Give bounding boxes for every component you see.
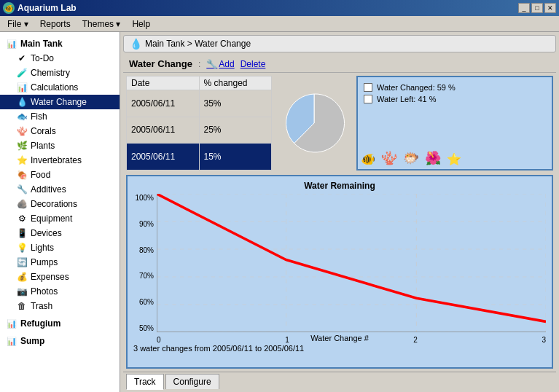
col-percent: % changed: [199, 77, 272, 90]
sidebar-label-food: Food: [31, 170, 50, 180]
legend-item-left: Water Left: 41 %: [364, 95, 546, 103]
sidebar-group-header-sump[interactable]: 📊 Sump: [0, 334, 120, 348]
chart-inner: 100% 90% 80% 70% 60% 50%: [133, 194, 546, 332]
y-axis: 100% 90% 80% 70% 60% 50%: [133, 194, 157, 332]
legend-area: Water Changed: 59 % Water Left: 41 % 🐠 🪸…: [356, 76, 553, 170]
sidebar-item-corals[interactable]: 🪸 Corals: [0, 124, 120, 138]
plants-icon: 🌿: [16, 140, 28, 152]
sidebar-item-lights[interactable]: 💡 Lights: [0, 240, 120, 255]
sidebar-group-header-refugium[interactable]: 📊 Refugium: [0, 316, 120, 331]
wc-separator: :: [198, 59, 200, 69]
sidebar-item-chemistry[interactable]: 🧪 Chemistry: [0, 66, 120, 80]
sidebar-item-decorations[interactable]: 🪨 Decorations: [0, 197, 120, 211]
app-title: Aquarium Lab: [17, 3, 77, 13]
table-row[interactable]: 2005/06/11 35%: [127, 90, 272, 117]
legend-label-left: Water Left: 41 %: [377, 95, 437, 103]
maximize-button[interactable]: □: [531, 3, 543, 13]
coral-icon: 🪸: [381, 150, 397, 166]
sidebar-item-fish[interactable]: 🐟 Fish: [0, 109, 120, 124]
sidebar-label-corals: Corals: [31, 126, 56, 136]
cell-percent: 15%: [199, 144, 272, 170]
main-container: 📊 Main Tank ✔ To-Do 🧪 Chemistry 📊 Calcul…: [0, 32, 559, 392]
x-label-2: 2: [413, 336, 418, 344]
sidebar-item-trash[interactable]: 🗑 Trash: [0, 299, 120, 313]
trash-icon: 🗑: [16, 300, 28, 312]
fish-red-icon: 🐡: [403, 150, 419, 166]
x-label-3: 3: [542, 336, 546, 344]
add-icon: 🔧: [206, 59, 217, 69]
sidebar-item-invertebrates[interactable]: ⭐ Invertebrates: [0, 153, 120, 168]
starfish-icon: ⭐: [447, 152, 461, 166]
y-label-90: 90%: [133, 220, 154, 228]
pie-chart: [278, 76, 351, 170]
sidebar-item-calculations[interactable]: 📊 Calculations: [0, 80, 120, 95]
sidebar-label-decorations: Decorations: [31, 199, 77, 209]
breadcrumb-icon: 💧: [130, 38, 142, 50]
cell-date: 2005/06/11: [127, 90, 200, 117]
fish-icon: 🐟: [16, 111, 28, 122]
menu-file[interactable]: File ▾: [3, 17, 33, 31]
fish-yellow-icon: 🐠: [361, 152, 375, 166]
chart-svg: [157, 194, 546, 332]
tab-configure[interactable]: Configure: [165, 374, 219, 389]
sidebar-item-devices[interactable]: 📱 Devices: [0, 226, 120, 240]
menu-bar: File ▾ Reports Themes ▾ Help: [0, 16, 559, 32]
cell-date: 2005/06/11: [127, 117, 200, 144]
wc-header: Water Change : 🔧 Add Delete: [123, 55, 556, 73]
menu-help[interactable]: Help: [128, 17, 155, 31]
sidebar-item-photos[interactable]: 📷 Photos: [0, 284, 120, 299]
sidebar-label-plants: Plants: [31, 141, 55, 151]
todo-icon: ✔: [16, 52, 28, 64]
close-button[interactable]: ✕: [544, 3, 556, 13]
decorations-icon: 🪨: [16, 198, 28, 210]
window-controls[interactable]: _ □ ✕: [518, 3, 556, 13]
sidebar-item-plants[interactable]: 🌿 Plants: [0, 138, 120, 153]
sidebar-label-devices: Devices: [31, 228, 62, 238]
sidebar-item-equipment[interactable]: ⚙ Equipment: [0, 211, 120, 226]
sidebar-label-calculations: Calculations: [31, 82, 78, 93]
food-icon: 🍖: [16, 169, 28, 181]
sidebar-item-expenses[interactable]: 💰 Expenses: [0, 270, 120, 284]
breadcrumb-path: Main Tank > Water Change: [145, 39, 251, 49]
equipment-icon: ⚙: [16, 213, 28, 224]
wc-title: Water Change: [129, 58, 192, 69]
sidebar-item-todo[interactable]: ✔ To-Do: [0, 51, 120, 66]
sidebar-group-label-sump: Sump: [20, 336, 44, 346]
sidebar-group-header-main-tank[interactable]: 📊 Main Tank: [0, 36, 120, 51]
title-bar: 🐠 Aquarium Lab _ □ ✕: [0, 0, 559, 16]
sidebar-item-pumps[interactable]: 🔄 Pumps: [0, 255, 120, 270]
table-row-selected[interactable]: 2005/06/11 15%: [127, 144, 272, 170]
sidebar-item-waterchange[interactable]: 💧 Water Change: [0, 95, 120, 109]
legend-item-changed: Water Changed: 59 %: [364, 83, 546, 92]
waterchange-table: Date % changed 2005/06/11 35% 2005/06/11: [126, 76, 272, 170]
waterchange-icon: 💧: [16, 96, 28, 108]
sidebar-item-food[interactable]: 🍖 Food: [0, 168, 120, 182]
add-button[interactable]: 🔧 Add: [206, 59, 234, 69]
sidebar-group-refugium: 📊 Refugium: [0, 315, 120, 332]
pumps-icon: 🔄: [16, 256, 28, 268]
sidebar-group-label-refugium: Refugium: [20, 318, 60, 329]
coral2-icon: 🌺: [425, 150, 441, 166]
menu-themes[interactable]: Themes ▾: [78, 17, 125, 31]
minimize-button[interactable]: _: [518, 3, 530, 13]
calculations-icon: 📊: [16, 82, 28, 93]
delete-button[interactable]: Delete: [241, 59, 266, 69]
sidebar-group-sump: 📊 Sump: [0, 332, 120, 350]
corals-icon: 🪸: [16, 125, 28, 137]
sidebar-label-equipment: Equipment: [31, 213, 72, 224]
wc-top: Date % changed 2005/06/11 35% 2005/06/11: [126, 76, 553, 170]
legend-checkbox-left[interactable]: [364, 95, 372, 103]
content-area: 💧 Main Tank > Water Change Water Change …: [120, 32, 559, 392]
sidebar-label-pumps: Pumps: [31, 257, 58, 267]
devices-icon: 📱: [16, 227, 28, 239]
y-label-50: 50%: [133, 324, 154, 332]
y-label-80: 80%: [133, 246, 154, 254]
menu-reports[interactable]: Reports: [36, 17, 75, 31]
chart-svg-container: 0 1 2 3: [157, 194, 546, 332]
app-icon: 🐠: [3, 2, 15, 14]
table-row[interactable]: 2005/06/11 25%: [127, 117, 272, 144]
legend-checkbox-changed[interactable]: [364, 83, 372, 92]
chart-caption: 3 water changes from 2005/06/11 to 2005/…: [133, 344, 546, 353]
tab-track[interactable]: Track: [126, 374, 164, 390]
sidebar-item-additives[interactable]: 🔧 Additives: [0, 182, 120, 197]
